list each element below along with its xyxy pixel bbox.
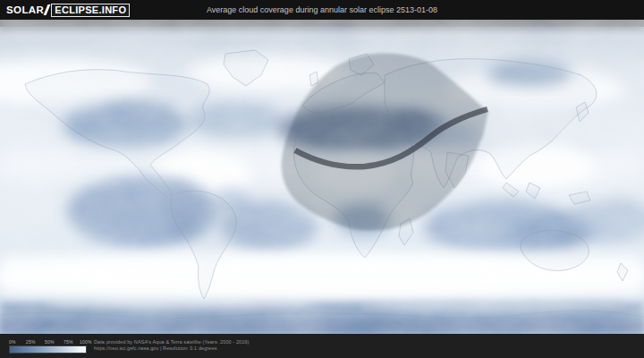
legend-tick-100: 100% — [80, 339, 92, 345]
footer-bar: 0% 25% 50% 75% 100% Data provided by NAS… — [0, 334, 644, 358]
world-map-svg — [0, 20, 644, 334]
logo-text-solar: SOLAR — [6, 4, 44, 15]
data-attribution: Data provided by NASA's Aqua & Terra sat… — [94, 339, 249, 352]
legend-tick-0: 0% — [9, 339, 16, 345]
cloud-coverage-map — [0, 20, 644, 334]
legend-tick-50: 50% — [45, 339, 55, 345]
logo-slash-icon — [44, 4, 51, 15]
legend-tick-25: 25% — [26, 339, 36, 345]
attribution-line-2: https://neo.sci.gsfc.nasa.gov | Resoluti… — [94, 345, 249, 352]
site-logo[interactable]: SOLAR ECLIPSE.INFO — [6, 4, 130, 17]
page: SOLAR ECLIPSE.INFO Average cloud coverag… — [0, 0, 644, 358]
attribution-line-1: Data provided by NASA's Aqua & Terra sat… — [94, 339, 249, 345]
legend-tick-75: 75% — [64, 339, 73, 345]
legend-gradient-bar — [9, 345, 87, 354]
logo-text-eclipse-info: ECLIPSE.INFO — [51, 4, 130, 17]
cloud-coverage-legend: 0% 25% 50% 75% 100% — [0, 334, 89, 358]
header-bar: SOLAR ECLIPSE.INFO Average cloud coverag… — [0, 0, 644, 20]
